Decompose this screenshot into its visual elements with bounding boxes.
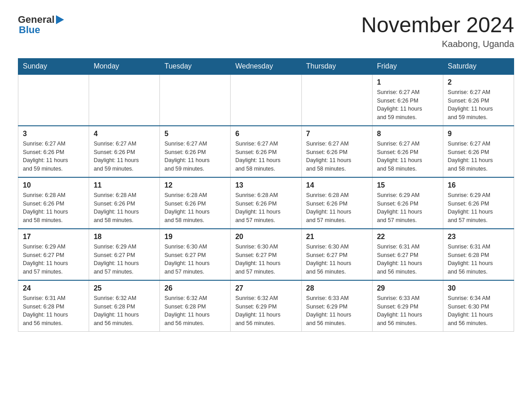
calendar-cell: 21Sunrise: 6:30 AMSunset: 6:27 PMDayligh… <box>301 229 372 280</box>
day-info: Sunrise: 6:31 AMSunset: 6:28 PMDaylight:… <box>23 294 84 328</box>
day-number: 26 <box>164 284 226 292</box>
day-number: 11 <box>94 181 155 189</box>
day-info: Sunrise: 6:27 AMSunset: 6:26 PMDaylight:… <box>448 140 509 173</box>
day-info: Sunrise: 6:32 AMSunset: 6:29 PMDaylight:… <box>235 294 296 328</box>
day-info: Sunrise: 6:33 AMSunset: 6:29 PMDaylight:… <box>306 294 368 328</box>
weekday-header-monday: Monday <box>89 58 160 74</box>
calendar-cell: 13Sunrise: 6:28 AMSunset: 6:26 PMDayligh… <box>231 177 301 229</box>
calendar-cell: 2Sunrise: 6:27 AMSunset: 6:26 PMDaylight… <box>443 74 514 126</box>
day-info: Sunrise: 6:27 AMSunset: 6:26 PMDaylight:… <box>448 88 509 122</box>
day-info: Sunrise: 6:27 AMSunset: 6:26 PMDaylight:… <box>377 140 438 173</box>
calendar-cell <box>89 74 160 126</box>
day-number: 6 <box>235 130 296 138</box>
day-number: 2 <box>448 78 509 86</box>
day-number: 3 <box>23 130 84 138</box>
day-info: Sunrise: 6:28 AMSunset: 6:26 PMDaylight:… <box>235 191 296 225</box>
weekday-header-tuesday: Tuesday <box>160 58 231 74</box>
calendar-cell: 24Sunrise: 6:31 AMSunset: 6:28 PMDayligh… <box>18 280 89 332</box>
weekday-header-sunday: Sunday <box>18 58 89 74</box>
calendar-cell: 23Sunrise: 6:31 AMSunset: 6:28 PMDayligh… <box>443 229 514 280</box>
weekday-header-wednesday: Wednesday <box>231 58 301 74</box>
day-info: Sunrise: 6:27 AMSunset: 6:26 PMDaylight:… <box>235 140 296 173</box>
day-info: Sunrise: 6:28 AMSunset: 6:26 PMDaylight:… <box>23 191 84 225</box>
calendar-cell: 4Sunrise: 6:27 AMSunset: 6:26 PMDaylight… <box>89 126 160 177</box>
day-info: Sunrise: 6:28 AMSunset: 6:26 PMDaylight:… <box>306 191 368 225</box>
day-info: Sunrise: 6:30 AMSunset: 6:27 PMDaylight:… <box>235 243 296 276</box>
calendar-title-block: November 2024 Kaabong, Uganda <box>361 13 514 49</box>
calendar-cell: 7Sunrise: 6:27 AMSunset: 6:26 PMDaylight… <box>301 126 372 177</box>
day-number: 9 <box>448 130 509 138</box>
day-info: Sunrise: 6:29 AMSunset: 6:26 PMDaylight:… <box>377 191 438 225</box>
day-info: Sunrise: 6:27 AMSunset: 6:26 PMDaylight:… <box>306 140 368 173</box>
day-info: Sunrise: 6:29 AMSunset: 6:27 PMDaylight:… <box>94 243 155 276</box>
day-info: Sunrise: 6:28 AMSunset: 6:26 PMDaylight:… <box>164 191 226 225</box>
day-info: Sunrise: 6:34 AMSunset: 6:30 PMDaylight:… <box>448 294 509 328</box>
calendar-cell: 11Sunrise: 6:28 AMSunset: 6:26 PMDayligh… <box>89 177 160 229</box>
page-header: General Blue November 2024 Kaabong, Ugan… <box>18 13 514 49</box>
week-row-2: 3Sunrise: 6:27 AMSunset: 6:26 PMDaylight… <box>18 126 514 177</box>
day-number: 27 <box>235 284 296 292</box>
calendar-cell: 27Sunrise: 6:32 AMSunset: 6:29 PMDayligh… <box>231 280 301 332</box>
logo: General Blue <box>18 13 64 36</box>
location-label: Kaabong, Uganda <box>361 39 514 49</box>
week-row-1: 1Sunrise: 6:27 AMSunset: 6:26 PMDaylight… <box>18 74 514 126</box>
day-info: Sunrise: 6:31 AMSunset: 6:27 PMDaylight:… <box>377 243 438 276</box>
calendar-cell: 6Sunrise: 6:27 AMSunset: 6:26 PMDaylight… <box>231 126 301 177</box>
day-number: 14 <box>306 181 368 189</box>
calendar-cell: 10Sunrise: 6:28 AMSunset: 6:26 PMDayligh… <box>18 177 89 229</box>
calendar-table: SundayMondayTuesdayWednesdayThursdayFrid… <box>18 58 514 332</box>
day-number: 5 <box>164 130 226 138</box>
day-info: Sunrise: 6:32 AMSunset: 6:28 PMDaylight:… <box>94 294 155 328</box>
calendar-cell: 5Sunrise: 6:27 AMSunset: 6:26 PMDaylight… <box>160 126 231 177</box>
day-number: 16 <box>448 181 509 189</box>
day-info: Sunrise: 6:27 AMSunset: 6:26 PMDaylight:… <box>164 140 226 173</box>
logo-blue-text: Blue <box>19 24 64 36</box>
week-row-5: 24Sunrise: 6:31 AMSunset: 6:28 PMDayligh… <box>18 280 514 332</box>
calendar-cell: 8Sunrise: 6:27 AMSunset: 6:26 PMDaylight… <box>372 126 443 177</box>
calendar-cell: 14Sunrise: 6:28 AMSunset: 6:26 PMDayligh… <box>301 177 372 229</box>
day-number: 4 <box>94 130 155 138</box>
weekday-header-friday: Friday <box>372 58 443 74</box>
day-number: 22 <box>377 233 438 241</box>
day-info: Sunrise: 6:30 AMSunset: 6:27 PMDaylight:… <box>306 243 368 276</box>
day-number: 30 <box>448 284 509 292</box>
calendar-cell: 19Sunrise: 6:30 AMSunset: 6:27 PMDayligh… <box>160 229 231 280</box>
calendar-cell: 30Sunrise: 6:34 AMSunset: 6:30 PMDayligh… <box>443 280 514 332</box>
svg-marker-0 <box>56 15 64 24</box>
calendar-cell: 25Sunrise: 6:32 AMSunset: 6:28 PMDayligh… <box>89 280 160 332</box>
calendar-cell: 18Sunrise: 6:29 AMSunset: 6:27 PMDayligh… <box>89 229 160 280</box>
weekday-header-saturday: Saturday <box>443 58 514 74</box>
day-number: 7 <box>306 130 368 138</box>
day-number: 28 <box>306 284 368 292</box>
calendar-cell: 29Sunrise: 6:33 AMSunset: 6:29 PMDayligh… <box>372 280 443 332</box>
day-number: 13 <box>235 181 296 189</box>
day-number: 18 <box>94 233 155 241</box>
day-number: 29 <box>377 284 438 292</box>
day-number: 21 <box>306 233 368 241</box>
month-year-title: November 2024 <box>361 13 514 37</box>
day-number: 23 <box>448 233 509 241</box>
day-number: 1 <box>377 78 438 86</box>
calendar-cell: 28Sunrise: 6:33 AMSunset: 6:29 PMDayligh… <box>301 280 372 332</box>
weekday-header-thursday: Thursday <box>301 58 372 74</box>
calendar-cell <box>231 74 301 126</box>
calendar-cell: 1Sunrise: 6:27 AMSunset: 6:26 PMDaylight… <box>372 74 443 126</box>
calendar-cell <box>301 74 372 126</box>
calendar-cell: 15Sunrise: 6:29 AMSunset: 6:26 PMDayligh… <box>372 177 443 229</box>
calendar-cell <box>160 74 231 126</box>
day-info: Sunrise: 6:32 AMSunset: 6:28 PMDaylight:… <box>164 294 226 328</box>
calendar-cell: 16Sunrise: 6:29 AMSunset: 6:26 PMDayligh… <box>443 177 514 229</box>
day-number: 24 <box>23 284 84 292</box>
calendar-cell: 17Sunrise: 6:29 AMSunset: 6:27 PMDayligh… <box>18 229 89 280</box>
day-info: Sunrise: 6:27 AMSunset: 6:26 PMDaylight:… <box>377 88 438 122</box>
calendar-cell: 12Sunrise: 6:28 AMSunset: 6:26 PMDayligh… <box>160 177 231 229</box>
day-number: 25 <box>94 284 155 292</box>
calendar-cell: 22Sunrise: 6:31 AMSunset: 6:27 PMDayligh… <box>372 229 443 280</box>
calendar-cell: 20Sunrise: 6:30 AMSunset: 6:27 PMDayligh… <box>231 229 301 280</box>
weekday-header-row: SundayMondayTuesdayWednesdayThursdayFrid… <box>18 58 514 74</box>
day-info: Sunrise: 6:33 AMSunset: 6:29 PMDaylight:… <box>377 294 438 328</box>
calendar-cell: 9Sunrise: 6:27 AMSunset: 6:26 PMDaylight… <box>443 126 514 177</box>
day-info: Sunrise: 6:30 AMSunset: 6:27 PMDaylight:… <box>164 243 226 276</box>
day-info: Sunrise: 6:27 AMSunset: 6:26 PMDaylight:… <box>23 140 84 173</box>
week-row-4: 17Sunrise: 6:29 AMSunset: 6:27 PMDayligh… <box>18 229 514 280</box>
